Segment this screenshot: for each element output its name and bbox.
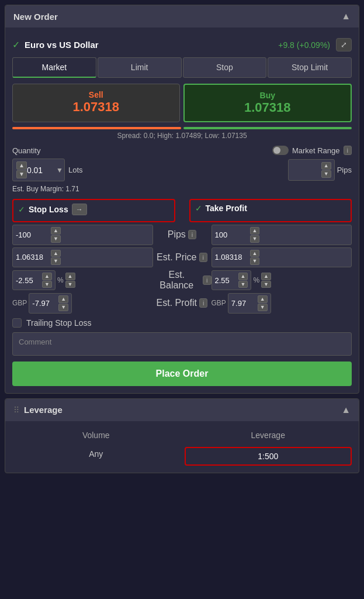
sell-button[interactable]: Sell 1.07318 [12,84,180,122]
sl-price-up[interactable]: ▲ [51,250,61,257]
panel-collapse-button[interactable]: ▲ [341,11,351,22]
panel-body: ✓ Euro vs US Dollar +9.8 (+0.09%) ⤢ Mark… [5,27,359,393]
tab-stop-limit[interactable]: Stop Limit [268,57,352,78]
pips-input[interactable] [292,166,321,175]
quantity-label: Quantity [12,146,40,155]
quantity-dropdown-icon[interactable]: ▼ [56,166,63,174]
sl-profit-input[interactable] [32,299,58,308]
tab-stop[interactable]: Stop [183,57,267,78]
tp-balance-wrapper: ▲ ▼ % ▲ ▼ [212,270,352,291]
tp-price-arrows: ▲ ▼ [250,250,260,266]
sl-pips-down[interactable]: ▼ [51,235,61,243]
sl-pips-up[interactable]: ▲ [51,227,61,235]
quantity-arrows: ▲ ▼ [16,161,27,178]
sl-balance-arrows: ▲ ▼ [42,273,52,288]
sl-balance-wrapper: ▲ ▼ % ▲ ▼ [12,270,153,291]
tp-price-up[interactable]: ▲ [250,250,260,257]
sl-price-input[interactable] [16,253,51,261]
stop-loss-box: ✓ Stop Loss → [12,199,175,222]
est-profit-info-button[interactable]: i [199,298,207,308]
sl-tp-header-row: ✓ Stop Loss → ✓ Take Profit [12,199,352,222]
tp-pct-down[interactable]: ▼ [261,281,271,288]
leverage-value[interactable]: 1:500 [185,447,352,466]
tp-price-down[interactable]: ▼ [250,257,260,265]
stop-loss-arrow-button[interactable]: → [72,204,87,215]
spread-info: Spread: 0.0; High: 1.07489; Low: 1.07135 [12,132,352,140]
volume-header: Volume [12,428,180,442]
quantity-down-button[interactable]: ▼ [16,170,27,178]
market-range-label: Market Range [292,146,340,155]
sl-balance-input[interactable] [16,276,42,285]
quantity-label-row: Quantity Market Range i [12,146,352,155]
market-range-row: Market Range i [272,146,352,155]
quantity-input[interactable] [27,166,56,175]
tp-balance-up[interactable]: ▲ [238,273,248,280]
est-price-info-button[interactable]: i [199,253,207,262]
place-order-button[interactable]: Place Order [12,362,352,386]
instrument-row: ✓ Euro vs US Dollar +9.8 (+0.09%) ⤢ [12,35,352,57]
share-button[interactable]: ⤢ [336,38,352,51]
tp-profit-col: GBP ▲ ▼ [212,293,352,314]
est-balance-info-button[interactable]: i [203,276,211,285]
leverage-collapse-button[interactable]: ▲ [341,405,351,415]
sl-pips-col: ▲ ▼ [12,225,153,245]
comment-field[interactable]: Comment [12,332,352,356]
tp-pips-up[interactable]: ▲ [250,227,260,235]
quantity-up-button[interactable]: ▲ [16,161,27,170]
leverage-header: ⠿ Leverage ▲ [5,399,359,421]
sl-balance-col: ▲ ▼ % ▲ ▼ [12,270,153,291]
pips-up-button[interactable]: ▲ [321,162,331,170]
tp-balance-input[interactable] [215,276,238,285]
tp-balance-down[interactable]: ▼ [238,281,248,288]
trailing-stop-loss-checkbox[interactable] [12,318,22,328]
sl-balance-up[interactable]: ▲ [42,273,52,280]
tp-pips-down[interactable]: ▼ [250,235,260,243]
market-range-info-button[interactable]: i [344,146,352,155]
panel-title: New Order [13,12,58,22]
tp-profit-up[interactable]: ▲ [258,295,268,303]
market-range-toggle[interactable] [272,146,289,155]
leverage-title: Leverage [24,405,63,415]
pips-center-label: Pips [168,229,186,240]
leverage-grid: Volume Leverage Any 1:500 [12,428,352,466]
tp-pct-arrows: ▲ ▼ [261,273,271,288]
spread-bar [12,127,352,129]
buy-button[interactable]: Buy 1.07318 [183,84,352,122]
sl-profit-input-wrapper: ▲ ▼ [29,293,72,314]
tp-pips-input[interactable] [215,230,250,239]
buy-label: Buy [190,91,345,100]
sl-price-col: ▲ ▼ [12,247,153,268]
tp-price-input[interactable] [215,253,250,261]
est-price-mid-label: Est. Price i [153,252,212,263]
pips-data-row: ▲ ▼ Pips i ▲ ▼ [12,225,352,245]
est-profit-mid-label: Est. Profit i [153,298,212,308]
sl-pips-input[interactable] [16,230,51,239]
panel-header: New Order ▲ [5,5,359,27]
sl-profit-arrows: ▲ ▼ [58,295,68,311]
sl-pct-up[interactable]: ▲ [65,273,75,280]
take-profit-label: Take Profit [206,204,247,213]
tp-profit-down[interactable]: ▼ [258,304,268,311]
sl-profit-down[interactable]: ▼ [58,304,68,311]
tp-pct-up[interactable]: ▲ [261,273,271,280]
sl-profit-up[interactable]: ▲ [58,295,68,303]
est-price-center-label: Est. Price [157,252,196,263]
pips-down-button[interactable]: ▼ [321,170,331,178]
sl-price-down[interactable]: ▼ [51,257,61,265]
pips-info-button[interactable]: i [188,230,196,239]
tab-market[interactable]: Market [12,57,96,78]
stop-loss-label: Stop Loss [29,205,68,214]
sl-pct-down[interactable]: ▼ [65,281,75,288]
sl-price-arrows: ▲ ▼ [51,250,61,266]
tp-profit-input[interactable] [231,299,258,308]
order-tabs: Market Limit Stop Stop Limit [12,57,352,78]
pips-label: Pips [337,166,352,174]
tab-limit[interactable]: Limit [98,57,182,78]
sl-gbp-label: GBP [12,299,27,307]
sl-tp-spacer [180,199,185,222]
est-profit-center-label: Est. Profit [157,298,197,308]
spread-bar-right [183,127,352,129]
est-balance-mid-label: Est. Balance i [153,270,212,291]
volume-value: Any [12,447,180,466]
sl-balance-down[interactable]: ▼ [42,281,52,288]
